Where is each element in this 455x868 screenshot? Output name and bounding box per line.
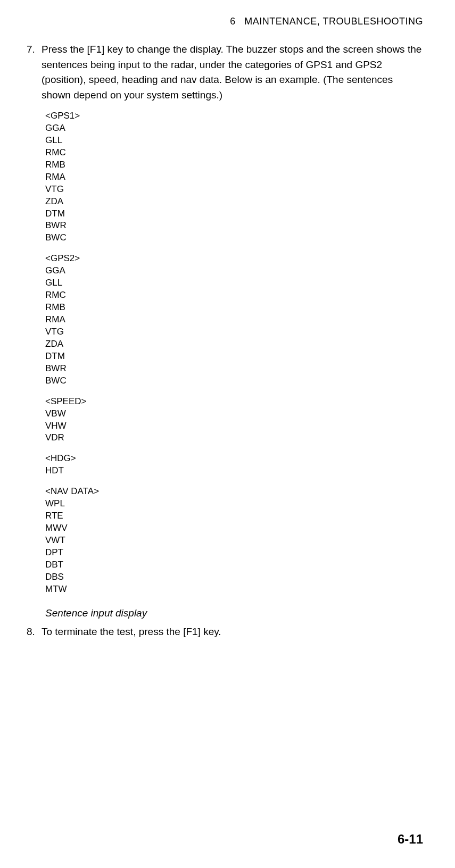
code-line: GLL [45,135,423,147]
code-line: VTG [45,326,423,338]
code-group-heading: <GPS1> [45,110,423,122]
code-line: BWC [45,375,423,387]
code-line: BWR [45,363,423,375]
code-line: GLL [45,277,423,289]
code-line: GGA [45,265,423,277]
sentence-code-block: <GPS1>GGAGLLRMCRMBRMAVTGZDADTMBWRBWC<GPS… [45,110,423,596]
code-group: <SPEED>VBWVHWVDR [45,396,423,445]
step-8-number: 8. [27,624,42,640]
code-line: RMB [45,159,423,171]
code-line: DBS [45,571,423,583]
code-line: VBW [45,408,423,420]
code-line: BWC [45,232,423,244]
code-group: <GPS1>GGAGLLRMCRMBRMAVTGZDADTMBWRBWC [45,110,423,244]
code-line: DBT [45,559,423,571]
code-line: RMC [45,147,423,159]
code-line: RTE [45,510,423,522]
code-line: RMA [45,314,423,326]
step-7-number: 7. [27,42,42,103]
code-line: VDR [45,432,423,444]
step-7-text: Press the [F1] key to change the display… [42,42,423,103]
code-line: DPT [45,547,423,559]
code-line: VTG [45,183,423,196]
chapter-number: 6 [230,16,236,27]
code-line: DTM [45,350,423,363]
code-group: <HDG>HDT [45,453,423,477]
code-line: GGA [45,122,423,135]
code-line: BWR [45,220,423,232]
code-line: RMA [45,171,423,183]
code-line: ZDA [45,338,423,350]
code-group: <GPS2>GGAGLLRMCRMBRMAVTGZDADTMBWRBWC [45,253,423,387]
code-line: ZDA [45,196,423,208]
code-line: WPL [45,498,423,510]
code-line: MWV [45,522,423,535]
page-header: 6 MAINTENANCE, TROUBLESHOOTING [27,16,423,27]
code-line: VWT [45,535,423,547]
chapter-title: MAINTENANCE, TROUBLESHOOTING [244,16,423,27]
code-group: <NAV DATA>WPLRTEMWVVWTDPTDBTDBSMTW [45,486,423,595]
step-8: 8. To terminate the test, press the [F1]… [27,624,423,640]
code-line: HDT [45,465,423,477]
code-line: VHW [45,420,423,432]
code-line: RMB [45,302,423,314]
page-number: 6-11 [398,832,423,847]
code-group-heading: <GPS2> [45,253,423,265]
code-group-heading: <HDG> [45,453,423,465]
code-line: RMC [45,289,423,302]
code-group-heading: <NAV DATA> [45,486,423,498]
code-line: MTW [45,583,423,596]
step-7: 7. Press the [F1] key to change the disp… [27,42,423,103]
code-group-heading: <SPEED> [45,396,423,408]
step-8-text: To terminate the test, press the [F1] ke… [42,624,423,640]
figure-caption: Sentence input display [45,607,423,619]
code-line: DTM [45,208,423,220]
